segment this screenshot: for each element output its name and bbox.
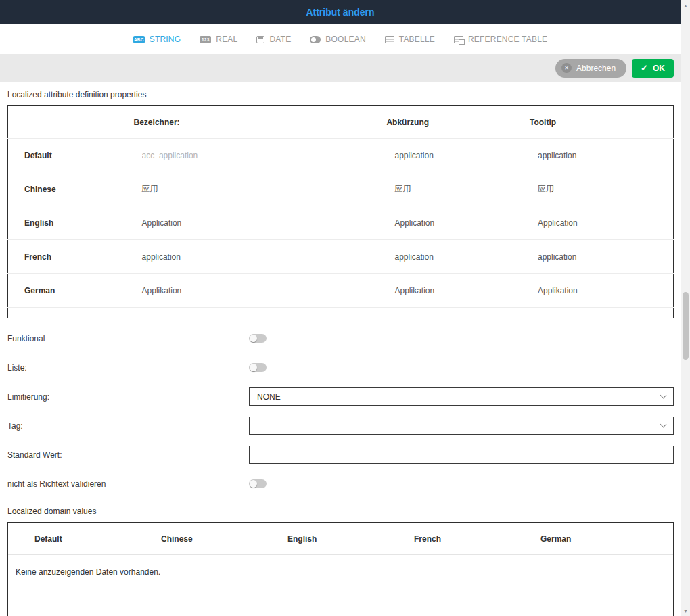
tooltip-cell[interactable]: 应用 <box>527 172 674 206</box>
dialog-title: Attribut ändern <box>306 7 374 18</box>
language-label: French <box>8 240 131 274</box>
limitierung-select[interactable]: NONE <box>249 387 674 406</box>
bezeichner-cell[interactable]: Application <box>131 206 384 240</box>
dialog-titlebar: Attribut ändern <box>0 0 681 24</box>
column-header-empty <box>8 106 131 139</box>
tab-real-label: REAL <box>216 34 237 44</box>
reference-table-icon <box>454 36 463 43</box>
cancel-circle-x-icon: ✕ <box>561 63 572 73</box>
scrollbar-thumb[interactable] <box>683 292 689 360</box>
table-row-english: English Application Application Applicat… <box>8 206 674 240</box>
tab-real[interactable]: 123 REAL <box>200 34 237 44</box>
string-abc-icon: ABC <box>133 36 145 43</box>
ok-button[interactable]: ✓ OK <box>632 59 674 78</box>
domain-values-section-label: Localized domain values <box>7 506 674 516</box>
tooltip-cell[interactable]: application <box>527 139 674 172</box>
language-label: English <box>8 206 131 240</box>
limitierung-selected-value: NONE <box>257 392 281 402</box>
standard-wert-label: Standard Wert: <box>7 450 249 460</box>
tab-tabelle-label: TABELLE <box>399 34 435 44</box>
check-icon: ✓ <box>641 63 648 73</box>
domain-column-german: German <box>514 534 641 544</box>
bezeichner-cell[interactable]: Applikation <box>131 274 384 308</box>
scrollbar-down-arrow-icon[interactable]: ▼ <box>681 606 690 615</box>
table-spacer-row <box>8 308 674 318</box>
bezeichner-cell[interactable]: 应用 <box>131 172 384 206</box>
table-row-german: German Applikation Applikation Applikati… <box>8 274 674 308</box>
column-header-abkuerzung: Abkürzung <box>384 106 527 139</box>
bezeichner-cell[interactable]: application <box>131 240 384 274</box>
column-header-tooltip: Tooltip <box>527 106 674 139</box>
tooltip-cell[interactable]: application <box>527 240 674 274</box>
tab-bar: ABC STRING 123 REAL DATE BOOLEAN TABELLE… <box>0 24 681 54</box>
tag-row: Tag: <box>7 411 674 440</box>
abkuerzung-cell[interactable]: application <box>384 139 527 172</box>
chevron-down-icon <box>660 392 667 399</box>
column-header-bezeichner: Bezeichner: <box>131 106 384 139</box>
limitierung-label: Limitierung: <box>7 392 249 402</box>
cancel-button[interactable]: ✕ Abbrechen <box>555 59 626 78</box>
action-toolbar: ✕ Abbrechen ✓ OK <box>0 54 681 82</box>
table-row-french: French application application applicati… <box>8 240 674 274</box>
abkuerzung-cell[interactable]: Application <box>384 206 527 240</box>
domain-column-chinese: Chinese <box>135 534 261 544</box>
chevron-down-icon <box>660 421 667 428</box>
table-row-default: Default application application <box>8 139 674 172</box>
tooltip-cell[interactable]: Application <box>527 206 674 240</box>
abkuerzung-cell[interactable]: Applikation <box>384 274 527 308</box>
language-label: Default <box>8 139 131 172</box>
funktional-toggle[interactable] <box>249 334 267 343</box>
localized-properties-table: Bezeichner: Abkürzung Tooltip Default ap… <box>7 105 674 318</box>
tab-boolean[interactable]: BOOLEAN <box>310 34 365 44</box>
standard-wert-row: Standard Wert: <box>7 440 674 469</box>
tab-string[interactable]: ABC STRING <box>133 34 181 44</box>
richtext-row: nicht als Richtext validieren <box>7 469 674 498</box>
language-label: Chinese <box>8 172 131 206</box>
richtext-label: nicht als Richtext validieren <box>7 479 249 489</box>
domain-values-table: Default Chinese English French German Ke… <box>7 522 674 616</box>
table-row-chinese: Chinese 应用 应用 应用 <box>8 172 674 206</box>
table-header-row: Bezeichner: Abkürzung Tooltip <box>8 106 674 139</box>
liste-label: Liste: <box>7 363 249 373</box>
tab-reference-table[interactable]: REFERENCE TABLE <box>454 34 547 44</box>
abkuerzung-cell[interactable]: application <box>384 240 527 274</box>
liste-row: Liste: <box>7 353 674 382</box>
tabelle-table-icon <box>385 36 394 43</box>
real-123-icon: 123 <box>200 36 211 43</box>
scrollbar[interactable]: ▲ ▼ <box>681 0 690 616</box>
tag-select[interactable] <box>249 417 674 435</box>
tab-date-label: DATE <box>269 34 291 44</box>
domain-table-header: Default Chinese English French German <box>8 523 673 555</box>
domain-column-english: English <box>261 534 388 544</box>
bezeichner-input[interactable] <box>142 151 371 160</box>
bezeichner-cell <box>131 139 384 172</box>
domain-column-french: French <box>388 534 514 544</box>
tooltip-cell[interactable]: Applikation <box>527 274 674 308</box>
tab-reference-table-label: REFERENCE TABLE <box>468 34 547 44</box>
tab-string-label: STRING <box>150 34 181 44</box>
abkuerzung-cell[interactable]: 应用 <box>384 172 527 206</box>
richtext-toggle[interactable] <box>249 479 267 488</box>
dialog: Attribut ändern ABC STRING 123 REAL DATE… <box>0 0 681 616</box>
tab-date[interactable]: DATE <box>256 34 291 44</box>
tab-boolean-label: BOOLEAN <box>325 34 365 44</box>
date-calendar-icon <box>256 36 264 43</box>
attribute-form: Funktional Liste: Limitierung: NONE <box>7 324 674 498</box>
limitierung-row: Limitierung: NONE <box>7 382 674 411</box>
ok-button-label: OK <box>653 64 665 73</box>
liste-toggle[interactable] <box>249 363 267 372</box>
dialog-content: Localized attribute definition propertie… <box>0 90 681 616</box>
domain-column-default: Default <box>8 534 135 544</box>
scrollbar-up-arrow-icon[interactable]: ▲ <box>681 1 690 10</box>
empty-data-message: Keine anzuzeigenden Daten vorhanden. <box>8 555 673 577</box>
standard-wert-input[interactable] <box>249 446 674 464</box>
funktional-label: Funktional <box>7 334 249 343</box>
funktional-row: Funktional <box>7 324 674 353</box>
localized-properties-section-label: Localized attribute definition propertie… <box>7 90 674 99</box>
boolean-toggle-icon <box>310 36 321 43</box>
tab-tabelle[interactable]: TABELLE <box>385 34 435 44</box>
language-label: German <box>8 274 131 308</box>
cancel-button-label: Abbrechen <box>576 64 616 73</box>
tag-label: Tag: <box>7 421 249 431</box>
